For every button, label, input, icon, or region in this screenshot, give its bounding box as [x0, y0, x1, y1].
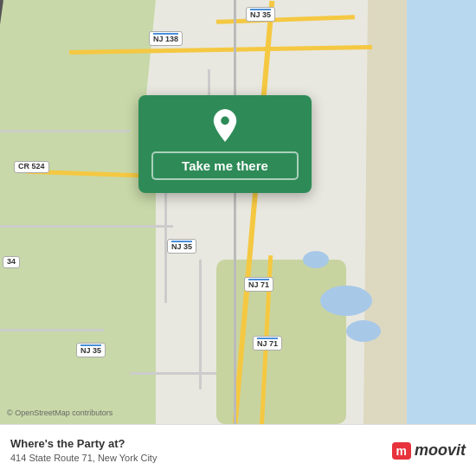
moovit-m-icon: m — [392, 442, 411, 460]
badge-nj71-1: NJ 71 — [244, 277, 273, 292]
address-line: 414 State Route 71, New York City — [10, 452, 392, 465]
popup-card: Take me there — [138, 95, 312, 193]
place-name: Where's the Party at? — [10, 436, 392, 452]
map-container: NJ 35 NJ 138 CR 524 NJ 35 NJ 71 NJ 71 34… — [0, 0, 476, 424]
local-road-h4 — [130, 372, 216, 375]
moovit-text: moovit — [415, 441, 466, 460]
water-body-2 — [346, 320, 381, 342]
badge-cr524: CR 524 — [14, 161, 49, 173]
water-body-1 — [320, 286, 372, 316]
moovit-logo: m moovit — [392, 441, 466, 460]
svg-point-0 — [221, 117, 229, 125]
location-pin-icon — [208, 108, 242, 143]
badge-nj35-mid: NJ 35 — [167, 239, 196, 254]
bottom-bar: Where's the Party at? 414 State Route 71… — [0, 424, 476, 476]
local-road-h3 — [0, 329, 104, 331]
badge-nj35-top: NJ 35 — [246, 7, 275, 22]
badge-nj71-2: NJ 71 — [253, 336, 282, 351]
water-body-3 — [303, 251, 329, 268]
local-road-h2 — [0, 225, 173, 228]
barrier-island — [363, 0, 411, 424]
take-me-there-button[interactable]: Take me there — [151, 151, 299, 180]
local-road-v2 — [199, 260, 202, 389]
osm-credit: © OpenStreetMap contributors — [7, 408, 113, 417]
badge-nj35-bottom: NJ 35 — [76, 343, 106, 357]
local-road-h1 — [0, 130, 130, 132]
badge-route34: 34 — [3, 256, 20, 268]
local-road-v4 — [234, 0, 236, 424]
bottom-text-container: Where's the Party at? 414 State Route 71… — [10, 436, 392, 466]
badge-nj138: NJ 138 — [149, 31, 183, 46]
green-area-2 — [0, 173, 156, 424]
